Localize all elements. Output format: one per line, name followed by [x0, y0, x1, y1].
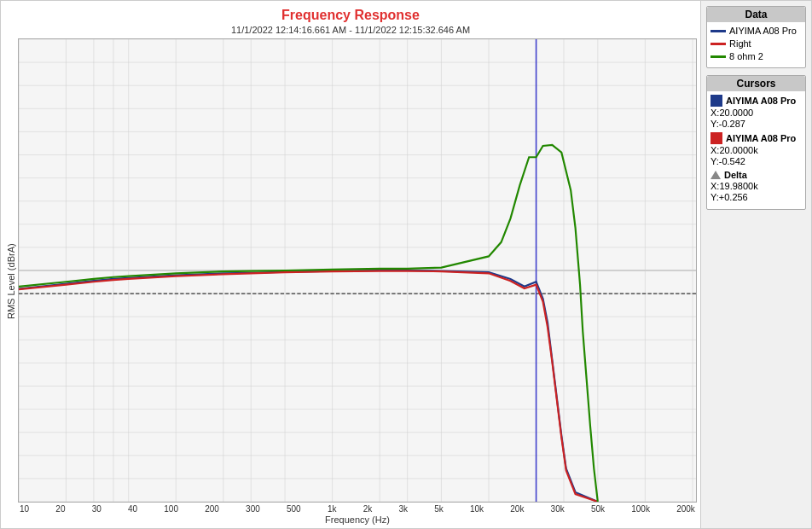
delta-x: X:19.9800k	[710, 181, 802, 191]
cursors-title: Cursors	[707, 76, 805, 91]
x-axis-ticks: 10 20 30 40 100 200 300 500 1k 2k 3k 5k …	[18, 504, 697, 514]
graph-container: AP AIYIMA A08 Pro 4 ohm load - Closet to…	[18, 38, 697, 503]
graph-svg	[19, 39, 696, 502]
cursor-1: AIYIMA A08 Pro X:20.0000 Y:-0.287	[710, 95, 802, 129]
cursor-1-label: AIYIMA A08 Pro	[710, 95, 802, 107]
legend-item-blue: AIYIMA A08 Pro	[710, 26, 802, 36]
cursor-1-x: X:20.0000	[710, 108, 802, 118]
legend-label-red: Right	[729, 38, 751, 49]
legend-item-green: 8 ohm 2	[710, 51, 802, 61]
cursors-box: Cursors AIYIMA A08 Pro X:20.0000 Y:-0.28…	[706, 75, 806, 210]
cursor-2-label: AIYIMA A08 Pro	[710, 132, 802, 144]
cursor-2-name: AIYIMA A08 Pro	[726, 133, 796, 143]
data-legend-box: Data AIYIMA A08 Pro Right 8 ohm 2	[706, 6, 806, 68]
legend-label-green: 8 ohm 2	[729, 51, 763, 61]
x-axis-label: Frequency (Hz)	[18, 514, 697, 525]
chart-subtitle: 11/1/2022 12:14:16.661 AM - 11/1/2022 12…	[4, 25, 697, 35]
legend-item-red: Right	[710, 38, 802, 49]
main-container: Frequency Response 11/1/2022 12:14:16.66…	[0, 0, 812, 529]
delta-text: Delta	[724, 170, 747, 180]
cursor-1-color	[710, 95, 722, 107]
legend-color-red	[710, 43, 726, 45]
chart-title: Frequency Response	[4, 8, 697, 23]
delta-y: Y:+0.256	[710, 192, 802, 202]
cursor-1-y: Y:-0.287	[710, 119, 802, 129]
delta-label: Delta	[710, 170, 802, 180]
y-axis-label: RMS Level (dBrA)	[4, 38, 18, 525]
cursor-2-y: Y:-0.542	[710, 156, 802, 166]
legend-color-blue	[710, 30, 726, 32]
delta-triangle-icon	[710, 171, 721, 179]
cursor-2-color	[710, 132, 722, 144]
cursor-2: AIYIMA A08 Pro X:20.0000k Y:-0.542	[710, 132, 802, 166]
delta-item: Delta X:19.9800k Y:+0.256	[710, 170, 802, 202]
legend-label-blue: AIYIMA A08 Pro	[729, 26, 797, 36]
x-axis: 10 20 30 40 100 200 300 500 1k 2k 3k 5k …	[18, 503, 697, 525]
chart-inner: RMS Level (dBrA) AP AIYIMA A08 Pro 4 ohm…	[4, 38, 697, 525]
chart-with-xaxis: AP AIYIMA A08 Pro 4 ohm load - Closet to…	[18, 38, 697, 525]
legend-color-green	[710, 55, 726, 58]
cursor-2-x: X:20.0000k	[710, 145, 802, 155]
cursor-1-name: AIYIMA A08 Pro	[726, 96, 796, 106]
data-legend-title: Data	[707, 7, 805, 22]
right-panel: Data AIYIMA A08 Pro Right 8 ohm 2 Cursor…	[700, 1, 811, 528]
chart-area: Frequency Response 11/1/2022 12:14:16.66…	[1, 1, 700, 528]
